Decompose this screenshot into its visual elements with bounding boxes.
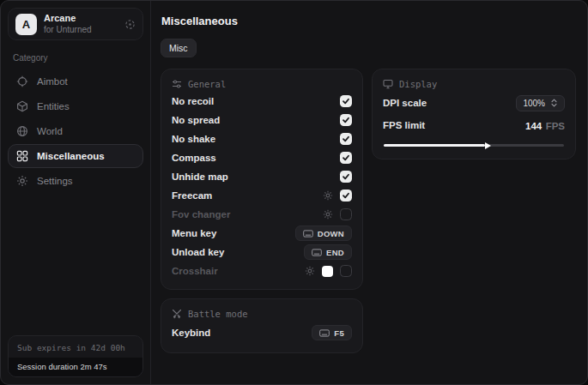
crosshair-color-swatch[interactable] <box>322 266 333 277</box>
setting-row-no-shake: No shake <box>172 129 352 148</box>
gear-icon <box>16 175 28 187</box>
fov-changer-checkbox[interactable] <box>340 208 352 220</box>
sync-icon[interactable] <box>124 19 136 30</box>
keybind-value: END <box>326 248 344 257</box>
setting-label: Unload key <box>172 247 224 257</box>
crosshair-checkbox[interactable] <box>340 265 352 277</box>
setting-label: Menu key <box>172 228 216 238</box>
setting-row-menu-key: Menu key DOWN <box>172 224 352 243</box>
setting-label: No recoil <box>172 96 214 106</box>
crosshair-icon <box>16 75 28 87</box>
cube-icon <box>16 100 28 112</box>
sub-expires-text: Sub expires in 42d 00h <box>9 336 142 358</box>
setting-row-crosshair: Crosshair <box>172 262 352 280</box>
setting-label: Compass <box>172 153 216 163</box>
select-arrows-icon <box>550 99 558 107</box>
setting-row-no-spread: No spread <box>172 111 352 129</box>
grid-icon <box>16 150 28 162</box>
setting-label: FPS limit <box>383 120 425 130</box>
brand-text: Arcane for Unturned <box>44 13 92 35</box>
keyboard-icon <box>319 329 330 337</box>
setting-row-freecam: Freecam <box>172 186 352 205</box>
sidebar-item-world[interactable]: World <box>8 119 143 143</box>
setting-label: No spread <box>172 115 220 125</box>
tab-bar: Misc <box>161 39 576 57</box>
slider-track <box>384 144 564 147</box>
keybind-value: DOWN <box>318 229 344 238</box>
setting-label: No shake <box>172 134 215 144</box>
unhide-map-checkbox[interactable] <box>340 171 352 183</box>
setting-row-dpi-scale: DPI scale 100% <box>383 92 565 114</box>
fps-limit-unit: FPS <box>546 121 565 131</box>
sidebar: A Arcane for Unturned Category Aimbot <box>1 1 151 384</box>
tab-misc[interactable]: Misc <box>161 39 197 57</box>
page-title: Miscellaneous <box>161 15 576 27</box>
app-subtitle: for Unturned <box>44 25 92 36</box>
setting-label: Fov changer <box>172 209 230 220</box>
setting-label: Keybind <box>172 328 210 338</box>
sidebar-item-entities[interactable]: Entities <box>8 94 143 118</box>
sidebar-item-miscellaneous[interactable]: Miscellaneous <box>8 144 143 168</box>
no-recoil-checkbox[interactable] <box>340 95 352 107</box>
setting-row-unload-key: Unload key END <box>172 243 352 262</box>
freecam-checkbox[interactable] <box>340 189 352 202</box>
battle-mode-panel-title: Battle mode <box>188 309 248 319</box>
sidebar-item-aimbot[interactable]: Aimbot <box>8 69 143 93</box>
sidebar-nav: Aimbot Entities World <box>8 69 143 193</box>
monitor-icon <box>383 79 393 89</box>
sliders-icon <box>172 79 182 89</box>
brand-avatar: A <box>15 14 37 35</box>
app-name: Arcane <box>44 13 92 25</box>
dpi-scale-value: 100% <box>523 99 545 108</box>
battle-keybind-button[interactable]: F5 <box>312 325 352 340</box>
fps-limit-value: 144 <box>525 121 542 131</box>
freecam-settings-gear-icon[interactable] <box>323 190 333 201</box>
sidebar-item-label: World <box>37 126 63 136</box>
sidebar-item-label: Aimbot <box>37 76 68 87</box>
setting-label: Unhide map <box>172 171 228 182</box>
fps-limit-slider[interactable] <box>384 144 564 147</box>
setting-label: Freecam <box>172 190 212 201</box>
subscription-footer: Sub expires in 42d 00h Session duration … <box>8 335 143 377</box>
display-panel-title: Display <box>399 79 437 89</box>
setting-row-no-recoil: No recoil <box>172 92 352 111</box>
battle-mode-panel: Battle mode Keybind F5 <box>161 298 363 353</box>
keyboard-icon <box>312 249 322 256</box>
setting-row-battle-keybind: Keybind F5 <box>172 322 352 344</box>
swords-icon <box>172 309 182 319</box>
slider-fill <box>384 144 485 147</box>
sidebar-item-label: Settings <box>37 176 73 186</box>
compass-checkbox[interactable] <box>340 152 352 164</box>
slider-thumb[interactable] <box>485 142 491 149</box>
general-panel-title: General <box>188 79 226 89</box>
category-label: Category <box>13 53 138 63</box>
general-panel-header: General <box>172 79 352 89</box>
sidebar-item-label: Miscellaneous <box>37 151 105 161</box>
setting-row-fov-changer: Fov changer <box>172 205 352 224</box>
sidebar-item-settings[interactable]: Settings <box>8 169 143 193</box>
display-panel: Display DPI scale 100% <box>372 69 576 159</box>
brand-card: A Arcane for Unturned <box>8 8 143 40</box>
no-shake-checkbox[interactable] <box>340 133 352 145</box>
setting-label: DPI scale <box>383 98 427 108</box>
menu-keybind-button[interactable]: DOWN <box>295 226 352 241</box>
keybind-value: F5 <box>334 328 344 338</box>
no-spread-checkbox[interactable] <box>340 114 352 126</box>
setting-label: Crosshair <box>172 266 218 276</box>
general-panel: General No recoil No spread No shake <box>161 69 363 290</box>
session-duration-text: Session duration 2m 47s <box>9 358 142 376</box>
app-window: A Arcane for Unturned Category Aimbot <box>0 0 588 385</box>
setting-row-compass: Compass <box>172 148 352 167</box>
dpi-scale-select[interactable]: 100% <box>516 95 565 111</box>
display-panel-header: Display <box>383 79 565 89</box>
battle-mode-panel-header: Battle mode <box>172 309 352 319</box>
setting-row-unhide-map: Unhide map <box>172 167 352 186</box>
keyboard-icon <box>303 230 313 238</box>
fov-settings-gear-icon[interactable] <box>323 209 333 220</box>
main-content: Miscellaneous Misc General <box>151 1 588 384</box>
sidebar-item-label: Entities <box>37 101 70 111</box>
crosshair-settings-gear-icon[interactable] <box>305 266 315 276</box>
globe-icon <box>16 125 28 137</box>
unload-keybind-button[interactable]: END <box>304 244 352 260</box>
setting-row-fps-limit: FPS limit 144 FPS <box>383 114 565 136</box>
